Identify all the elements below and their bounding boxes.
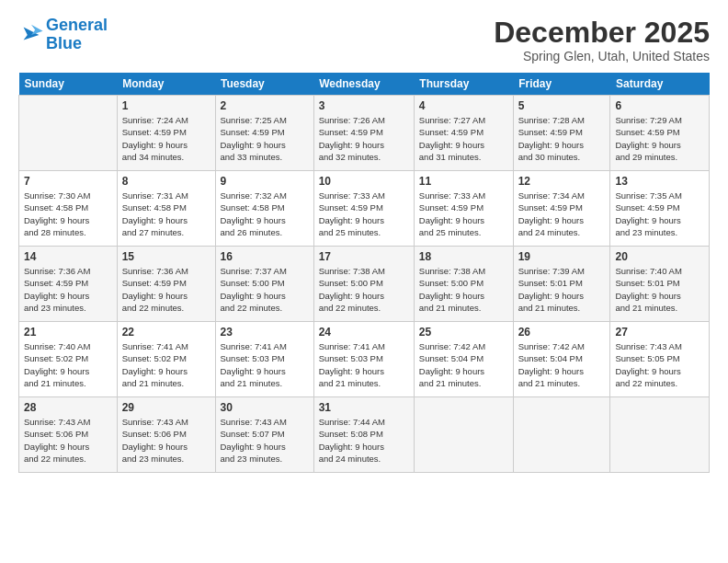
calendar-week-3: 14Sunrise: 7:36 AMSunset: 4:59 PMDayligh…	[19, 247, 710, 322]
day-number: 6	[615, 99, 704, 112]
calendar-header: Sunday Monday Tuesday Wednesday Thursday…	[19, 73, 710, 96]
day-number: 7	[24, 175, 112, 188]
day-info: Sunrise: 7:33 AMSunset: 4:59 PMDaylight:…	[419, 190, 508, 238]
col-monday: Monday	[117, 73, 215, 96]
calendar-cell: 22Sunrise: 7:41 AMSunset: 5:02 PMDayligh…	[117, 322, 215, 397]
calendar-cell: 28Sunrise: 7:43 AMSunset: 5:06 PMDayligh…	[19, 397, 118, 473]
day-info: Sunrise: 7:41 AMSunset: 5:02 PMDaylight:…	[122, 340, 210, 389]
calendar-cell: 5Sunrise: 7:28 AMSunset: 4:59 PMDaylight…	[513, 96, 610, 171]
calendar-cell	[610, 397, 710, 473]
col-saturday: Saturday	[610, 73, 710, 96]
logo-icon	[18, 22, 44, 48]
calendar-cell: 1Sunrise: 7:24 AMSunset: 4:59 PMDaylight…	[117, 96, 215, 171]
day-info: Sunrise: 7:43 AMSunset: 5:06 PMDaylight:…	[122, 416, 210, 465]
calendar-cell: 6Sunrise: 7:29 AMSunset: 4:59 PMDaylight…	[610, 96, 710, 171]
day-number: 8	[122, 175, 210, 188]
day-number: 1	[122, 99, 210, 112]
calendar-cell: 4Sunrise: 7:27 AMSunset: 4:59 PMDaylight…	[414, 96, 513, 171]
col-tuesday: Tuesday	[215, 73, 313, 96]
day-number: 18	[419, 250, 508, 263]
calendar-cell: 20Sunrise: 7:40 AMSunset: 5:01 PMDayligh…	[610, 247, 710, 322]
day-number: 31	[319, 401, 409, 414]
calendar-cell: 15Sunrise: 7:36 AMSunset: 4:59 PMDayligh…	[117, 247, 215, 322]
day-number: 26	[518, 326, 606, 339]
day-info: Sunrise: 7:42 AMSunset: 5:04 PMDaylight:…	[419, 340, 508, 389]
day-info: Sunrise: 7:35 AMSunset: 4:59 PMDaylight:…	[615, 190, 704, 238]
calendar-cell: 13Sunrise: 7:35 AMSunset: 4:59 PMDayligh…	[610, 171, 710, 247]
day-info: Sunrise: 7:34 AMSunset: 4:59 PMDaylight:…	[518, 190, 606, 238]
day-number: 10	[319, 175, 409, 188]
day-info: Sunrise: 7:44 AMSunset: 5:08 PMDaylight:…	[319, 416, 409, 465]
calendar-table: Sunday Monday Tuesday Wednesday Thursday…	[18, 73, 710, 473]
calendar-cell: 27Sunrise: 7:43 AMSunset: 5:05 PMDayligh…	[610, 322, 710, 397]
day-info: Sunrise: 7:38 AMSunset: 5:00 PMDaylight:…	[419, 265, 508, 314]
calendar-cell: 18Sunrise: 7:38 AMSunset: 5:00 PMDayligh…	[414, 247, 513, 322]
day-info: Sunrise: 7:28 AMSunset: 4:59 PMDaylight:…	[518, 114, 606, 163]
day-number: 25	[419, 326, 508, 339]
header-row: Sunday Monday Tuesday Wednesday Thursday…	[19, 73, 710, 96]
day-number: 23	[221, 326, 309, 339]
calendar-cell: 24Sunrise: 7:41 AMSunset: 5:03 PMDayligh…	[313, 322, 414, 397]
page: General Blue December 2025 Spring Glen, …	[0, 0, 728, 563]
header: General Blue December 2025 Spring Glen, …	[18, 17, 710, 63]
month-title: December 2025	[494, 17, 710, 49]
day-info: Sunrise: 7:24 AMSunset: 4:59 PMDaylight:…	[122, 114, 210, 163]
day-info: Sunrise: 7:40 AMSunset: 5:02 PMDaylight:…	[24, 340, 112, 389]
day-info: Sunrise: 7:36 AMSunset: 4:59 PMDaylight:…	[122, 265, 210, 314]
col-wednesday: Wednesday	[313, 73, 414, 96]
calendar-cell: 30Sunrise: 7:43 AMSunset: 5:07 PMDayligh…	[215, 397, 313, 473]
day-info: Sunrise: 7:42 AMSunset: 5:04 PMDaylight:…	[518, 340, 606, 389]
calendar-cell: 7Sunrise: 7:30 AMSunset: 4:58 PMDaylight…	[19, 171, 118, 247]
svg-marker-2	[31, 25, 43, 35]
day-info: Sunrise: 7:43 AMSunset: 5:07 PMDaylight:…	[221, 416, 309, 465]
calendar-cell: 8Sunrise: 7:31 AMSunset: 4:58 PMDaylight…	[117, 171, 215, 247]
day-info: Sunrise: 7:27 AMSunset: 4:59 PMDaylight:…	[419, 114, 508, 163]
calendar-cell: 17Sunrise: 7:38 AMSunset: 5:00 PMDayligh…	[313, 247, 414, 322]
subtitle: Spring Glen, Utah, United States	[494, 49, 710, 63]
calendar-cell: 16Sunrise: 7:37 AMSunset: 5:00 PMDayligh…	[215, 247, 313, 322]
calendar-cell	[513, 397, 610, 473]
calendar-cell: 23Sunrise: 7:41 AMSunset: 5:03 PMDayligh…	[215, 322, 313, 397]
day-info: Sunrise: 7:26 AMSunset: 4:59 PMDaylight:…	[319, 114, 409, 163]
calendar-cell: 12Sunrise: 7:34 AMSunset: 4:59 PMDayligh…	[513, 171, 610, 247]
day-info: Sunrise: 7:30 AMSunset: 4:58 PMDaylight:…	[24, 190, 112, 238]
calendar-cell	[414, 397, 513, 473]
day-number: 22	[122, 326, 210, 339]
col-sunday: Sunday	[19, 73, 118, 96]
day-info: Sunrise: 7:43 AMSunset: 5:05 PMDaylight:…	[615, 340, 704, 389]
calendar-week-5: 28Sunrise: 7:43 AMSunset: 5:06 PMDayligh…	[19, 397, 710, 473]
calendar-cell: 21Sunrise: 7:40 AMSunset: 5:02 PMDayligh…	[19, 322, 118, 397]
calendar-week-2: 7Sunrise: 7:30 AMSunset: 4:58 PMDaylight…	[19, 171, 710, 247]
calendar-cell: 25Sunrise: 7:42 AMSunset: 5:04 PMDayligh…	[414, 322, 513, 397]
calendar-cell: 26Sunrise: 7:42 AMSunset: 5:04 PMDayligh…	[513, 322, 610, 397]
calendar-cell: 19Sunrise: 7:39 AMSunset: 5:01 PMDayligh…	[513, 247, 610, 322]
day-number: 5	[518, 99, 606, 112]
day-number: 4	[419, 99, 508, 112]
calendar-week-1: 1Sunrise: 7:24 AMSunset: 4:59 PMDaylight…	[19, 96, 710, 171]
calendar-cell: 31Sunrise: 7:44 AMSunset: 5:08 PMDayligh…	[313, 397, 414, 473]
day-number: 12	[518, 175, 606, 188]
title-section: December 2025 Spring Glen, Utah, United …	[494, 17, 710, 63]
calendar-cell: 14Sunrise: 7:36 AMSunset: 4:59 PMDayligh…	[19, 247, 118, 322]
day-number: 17	[319, 250, 409, 263]
col-friday: Friday	[513, 73, 610, 96]
day-number: 3	[319, 99, 409, 112]
day-number: 14	[24, 250, 112, 263]
day-info: Sunrise: 7:29 AMSunset: 4:59 PMDaylight:…	[615, 114, 704, 163]
day-number: 30	[221, 401, 309, 414]
day-info: Sunrise: 7:39 AMSunset: 5:01 PMDaylight:…	[518, 265, 606, 314]
day-info: Sunrise: 7:37 AMSunset: 5:00 PMDaylight:…	[221, 265, 309, 314]
day-number: 28	[24, 401, 112, 414]
day-info: Sunrise: 7:41 AMSunset: 5:03 PMDaylight:…	[319, 340, 409, 389]
day-number: 29	[122, 401, 210, 414]
col-thursday: Thursday	[414, 73, 513, 96]
day-number: 19	[518, 250, 606, 263]
day-number: 16	[221, 250, 309, 263]
logo-line2: Blue	[46, 34, 82, 52]
day-number: 9	[221, 175, 309, 188]
calendar-cell	[19, 96, 118, 171]
day-info: Sunrise: 7:25 AMSunset: 4:59 PMDaylight:…	[221, 114, 309, 163]
day-info: Sunrise: 7:32 AMSunset: 4:58 PMDaylight:…	[221, 190, 309, 238]
calendar-body: 1Sunrise: 7:24 AMSunset: 4:59 PMDaylight…	[19, 96, 710, 473]
calendar-cell: 10Sunrise: 7:33 AMSunset: 4:59 PMDayligh…	[313, 171, 414, 247]
